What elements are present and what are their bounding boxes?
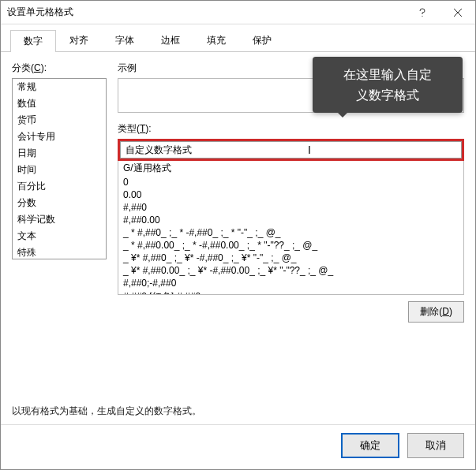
category-item-currency[interactable]: 货币 [13, 112, 106, 129]
format-item[interactable]: #,##0.00 [118, 214, 463, 226]
format-item[interactable]: #,##0 [118, 201, 463, 214]
question-icon [418, 8, 427, 17]
format-item[interactable]: 0 [118, 176, 463, 188]
callout-text-line1: 在这里输入自定 [319, 65, 456, 85]
category-item-percentage[interactable]: 百分比 [13, 178, 106, 195]
dialog-body: 分类(C): 常规 数值 货币 会计专用 日期 时间 百分比 分数 科学记数 文… [1, 52, 475, 405]
tab-border[interactable]: 边框 [148, 29, 193, 51]
format-item[interactable]: #,##0;-#,##0 [118, 277, 463, 289]
tab-number[interactable]: 数字 [10, 30, 56, 52]
category-item-scientific[interactable]: 科学记数 [13, 211, 106, 228]
format-item[interactable]: #,##0;[红色]-#,##0 [118, 289, 463, 295]
category-item-accounting[interactable]: 会计专用 [13, 129, 106, 145]
format-item[interactable]: _ * #,##0_ ;_ * -#,##0_ ;_ * "-"_ ;_ @_ [118, 226, 463, 239]
format-item[interactable]: _ ¥* #,##0_ ;_ ¥* -#,##0_ ;_ ¥* "-"_ ;_ … [118, 252, 463, 264]
type-group: 类型(T): I G/通用格式 0 0.00 #,##0 #,##0.00 _ … [118, 122, 464, 295]
help-button[interactable] [404, 1, 440, 24]
format-list[interactable]: G/通用格式 0 0.00 #,##0 #,##0.00 _ * #,##0_ … [118, 161, 464, 295]
tab-protection[interactable]: 保护 [239, 29, 285, 51]
footer: 确定 取消 [1, 424, 475, 469]
category-item-date[interactable]: 日期 [13, 145, 106, 162]
category-item-general[interactable]: 常规 [13, 79, 106, 95]
window-title: 设置单元格格式 [7, 6, 404, 19]
ok-button[interactable]: 确定 [341, 433, 399, 458]
titlebar: 设置单元格格式 [1, 1, 475, 24]
detail-column: 在这里输入自定 义数字格式 示例 类型(T): I G/通用格式 0 0.00 … [118, 62, 464, 398]
category-item-text[interactable]: 文本 [13, 228, 106, 244]
callout-text-line2: 义数字格式 [319, 85, 456, 106]
delete-button[interactable]: 删除(D) [408, 301, 464, 323]
category-item-time[interactable]: 时间 [13, 162, 106, 178]
category-item-special[interactable]: 特殊 [13, 244, 106, 259]
format-item[interactable]: _ * #,##0.00_ ;_ * -#,##0.00_ ;_ * "-"??… [118, 239, 463, 252]
cancel-button[interactable]: 取消 [407, 433, 464, 458]
format-item[interactable]: 0.00 [118, 188, 463, 201]
window-controls [404, 1, 475, 24]
format-cells-dialog: 设置单元格格式 数字 对齐 字体 边框 填充 保护 分类(C): 常规 数值 货… [0, 0, 476, 470]
category-item-fraction[interactable]: 分数 [13, 195, 106, 211]
category-label: 分类(C): [12, 62, 107, 75]
category-list[interactable]: 常规 数值 货币 会计专用 日期 时间 百分比 分数 科学记数 文本 特殊 自定… [12, 78, 107, 259]
category-column: 分类(C): 常规 数值 货币 会计专用 日期 时间 百分比 分数 科学记数 文… [12, 62, 107, 398]
delete-row: 删除(D) [118, 301, 464, 323]
type-input-highlight: I [118, 139, 464, 161]
tab-font[interactable]: 字体 [102, 29, 148, 51]
close-icon [453, 8, 463, 17]
format-item[interactable]: _ ¥* #,##0.00_ ;_ ¥* -#,##0.00_ ;_ ¥* "-… [118, 264, 463, 277]
instruction-callout: 在这里输入自定 义数字格式 [313, 57, 463, 113]
category-item-number[interactable]: 数值 [13, 95, 106, 112]
tab-bar: 数字 对齐 字体 边框 填充 保护 [1, 24, 475, 52]
type-label: 类型(T): [118, 122, 464, 136]
tab-fill[interactable]: 填充 [193, 29, 239, 51]
close-button[interactable] [440, 1, 475, 24]
help-note: 以现有格式为基础，生成自定义的数字格式。 [1, 405, 475, 424]
format-item[interactable]: G/通用格式 [118, 161, 463, 176]
type-input[interactable] [120, 141, 462, 159]
tab-alignment[interactable]: 对齐 [56, 29, 102, 51]
